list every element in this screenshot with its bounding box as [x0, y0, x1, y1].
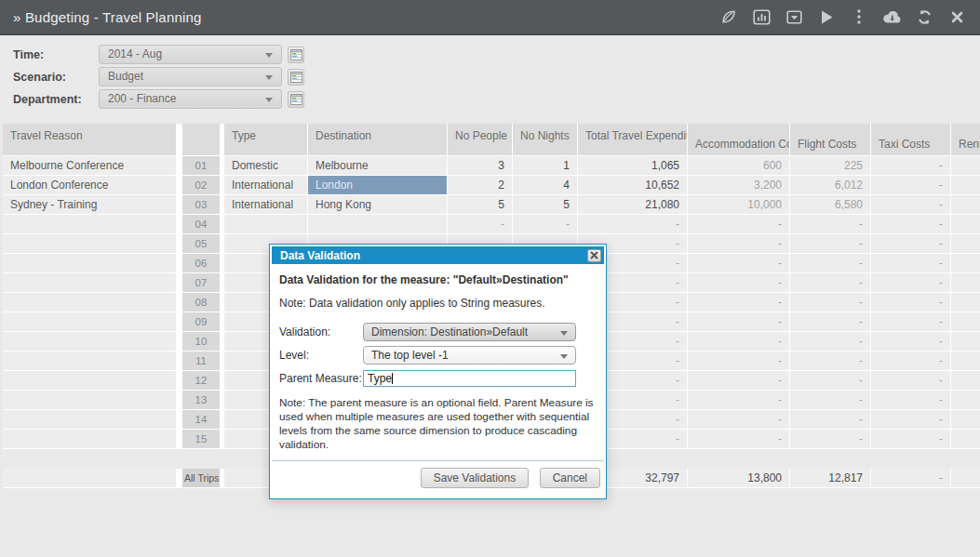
- cell-taxi[interactable]: -: [871, 391, 951, 410]
- cell-no-nights[interactable]: 5: [513, 195, 578, 215]
- cell-travel-reason[interactable]: [3, 215, 177, 234]
- summary-rental[interactable]: [951, 469, 980, 488]
- cell-accommodation[interactable]: -: [688, 293, 790, 312]
- menu-icon[interactable]: [849, 7, 869, 27]
- column-header-row-number[interactable]: [182, 124, 221, 156]
- cell-total-expenditure[interactable]: 10,652: [578, 176, 688, 195]
- cell-no-nights[interactable]: 1: [513, 156, 578, 176]
- cell-flight[interactable]: 225: [790, 156, 871, 176]
- column-header-accommodation-costs[interactable]: Accommodation Costs: [688, 124, 790, 156]
- cell-flight[interactable]: -: [790, 430, 871, 449]
- cell-accommodation[interactable]: -: [688, 351, 790, 371]
- cell-rental[interactable]: [951, 195, 980, 215]
- cell-total-expenditure[interactable]: -: [578, 215, 688, 234]
- cell-rental[interactable]: [951, 410, 980, 430]
- cell-taxi[interactable]: -: [871, 273, 951, 293]
- cell-type[interactable]: International: [224, 195, 308, 215]
- cancel-button[interactable]: Cancel: [540, 468, 600, 488]
- cell-rental[interactable]: [951, 430, 980, 449]
- column-header-destination[interactable]: Destination: [308, 124, 448, 156]
- cell-flight[interactable]: -: [790, 410, 871, 430]
- cell-accommodation[interactable]: -: [688, 234, 790, 254]
- cell-flight[interactable]: -: [790, 312, 871, 332]
- cell-destination[interactable]: Melbourne: [308, 156, 448, 176]
- cell-no-people[interactable]: 5: [448, 195, 513, 215]
- cell-travel-reason[interactable]: [3, 371, 177, 391]
- refresh-icon[interactable]: [914, 7, 934, 27]
- cell-accommodation[interactable]: 600: [688, 156, 790, 176]
- cell-rental[interactable]: [951, 332, 980, 351]
- cell-rental[interactable]: [951, 254, 980, 273]
- summary-flight[interactable]: 12,817: [790, 469, 871, 488]
- cell-rental[interactable]: [951, 391, 980, 410]
- row-number[interactable]: 04: [182, 215, 221, 234]
- column-header-no-people[interactable]: No People: [448, 124, 513, 156]
- cell-accommodation[interactable]: -: [688, 371, 790, 391]
- cell-travel-reason[interactable]: [3, 410, 177, 430]
- cell-taxi[interactable]: -: [871, 430, 951, 449]
- cell-taxi[interactable]: -: [871, 156, 951, 176]
- cell-taxi[interactable]: -: [871, 195, 951, 215]
- dialog-close-button[interactable]: [587, 249, 601, 262]
- row-number[interactable]: 11: [182, 351, 221, 371]
- column-header-total-travel-expenditure[interactable]: Total Travel Expenditure: [578, 124, 688, 156]
- department-filter-dropdown[interactable]: 200 - Finance: [99, 89, 282, 109]
- cell-flight[interactable]: -: [790, 371, 871, 391]
- leaf-icon[interactable]: [718, 7, 739, 27]
- row-number[interactable]: 01: [182, 156, 221, 176]
- cell-rental[interactable]: [951, 215, 980, 234]
- cell-accommodation[interactable]: -: [688, 215, 790, 234]
- cell-rental[interactable]: [951, 371, 980, 391]
- cell-accommodation[interactable]: -: [688, 332, 790, 351]
- cell-taxi[interactable]: -: [871, 312, 951, 332]
- cloud-download-icon[interactable]: [881, 7, 902, 27]
- cell-flight[interactable]: -: [790, 234, 871, 254]
- row-number[interactable]: 06: [182, 254, 221, 273]
- cell-taxi[interactable]: -: [871, 234, 951, 254]
- cell-accommodation[interactable]: -: [688, 254, 790, 273]
- row-number[interactable]: 12: [182, 371, 221, 391]
- cell-no-people[interactable]: 3: [448, 156, 513, 176]
- cell-rental[interactable]: [951, 351, 980, 371]
- row-number[interactable]: 03: [182, 195, 221, 215]
- cell-travel-reason[interactable]: Sydney - Training: [3, 195, 177, 215]
- column-header-travel-reason[interactable]: Travel Reason: [3, 124, 177, 156]
- cell-flight[interactable]: -: [790, 254, 871, 273]
- cell-accommodation[interactable]: -: [688, 312, 790, 332]
- cell-accommodation[interactable]: -: [688, 430, 790, 449]
- level-dropdown[interactable]: The top level -1: [363, 346, 576, 365]
- cell-travel-reason[interactable]: [3, 391, 177, 410]
- cell-flight[interactable]: 6,012: [790, 176, 871, 195]
- cell-accommodation[interactable]: -: [688, 273, 790, 293]
- column-header-rental[interactable]: Rental: [951, 124, 980, 156]
- cell-travel-reason[interactable]: [3, 312, 177, 332]
- cell-type[interactable]: [224, 215, 308, 234]
- cell-accommodation[interactable]: 3,200: [688, 176, 790, 195]
- column-header-type[interactable]: Type: [224, 124, 308, 156]
- play-icon[interactable]: [816, 7, 837, 27]
- save-validations-button[interactable]: Save Validations: [421, 468, 530, 488]
- cell-travel-reason[interactable]: London Conference: [3, 176, 177, 195]
- cell-total-expenditure[interactable]: 1,065: [578, 156, 688, 176]
- time-filter-dropdown[interactable]: 2014 - Aug: [99, 45, 282, 64]
- cell-flight[interactable]: -: [790, 351, 871, 371]
- close-icon[interactable]: [946, 7, 967, 27]
- department-grid-picker-button[interactable]: [288, 91, 304, 108]
- scenario-filter-dropdown[interactable]: Budget: [99, 67, 282, 86]
- cell-travel-reason[interactable]: [3, 273, 177, 293]
- cell-accommodation[interactable]: -: [688, 410, 790, 430]
- cell-flight[interactable]: -: [790, 391, 871, 410]
- cell-type[interactable]: International: [224, 176, 308, 195]
- parent-measure-input[interactable]: Type: [363, 370, 576, 387]
- cell-taxi[interactable]: -: [871, 410, 951, 430]
- cell-flight[interactable]: -: [790, 215, 871, 234]
- cell-no-people[interactable]: 2: [448, 176, 513, 195]
- cell-rental[interactable]: [951, 156, 980, 176]
- cell-taxi[interactable]: -: [871, 176, 951, 195]
- dropdown-icon[interactable]: [784, 7, 804, 27]
- cell-travel-reason[interactable]: Melbourne Conference: [3, 156, 177, 176]
- cell-no-nights[interactable]: -: [513, 215, 578, 234]
- row-number[interactable]: 05: [182, 234, 221, 254]
- cell-destination[interactable]: Hong Kong: [308, 195, 448, 215]
- summary-accommodation[interactable]: 13,800: [688, 469, 790, 488]
